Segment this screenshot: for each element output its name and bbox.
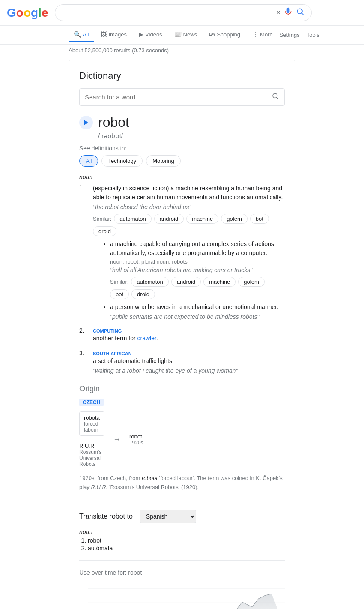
similar-golem-1[interactable]: golem	[221, 214, 247, 224]
search-input[interactable]: define robot	[62, 9, 272, 17]
def-1-text: (especially in science fiction) a machin…	[93, 184, 285, 202]
nav-tabs: 🔍 All 🖼 Images ▶ Videos 📰 News 🛍 Shoppin…	[0, 26, 364, 45]
dict-search-input[interactable]	[85, 93, 272, 101]
usage-section: Use over time for: robot Mentions	[79, 560, 285, 609]
definitions-list: 1. (especially in science fiction) a mac…	[79, 184, 285, 374]
origin-text-1: 1920s: from Czech, from	[79, 475, 142, 481]
origin-result-year: 1920s	[129, 440, 143, 446]
sub-def-1-similar-row: Similar: automaton android machine golem…	[110, 277, 285, 299]
origin-result-word: robot	[129, 433, 143, 440]
tab-shopping[interactable]: 🛍 Shopping	[204, 27, 245, 42]
all-icon: 🔍	[74, 31, 81, 38]
sub-def-1-example: "half of all American robots are making …	[110, 267, 285, 273]
sub-def-2: a person who behaves in a mechanical or …	[110, 303, 285, 320]
videos-icon: ▶	[139, 31, 143, 38]
svg-point-0	[298, 9, 303, 14]
dictionary-card: Dictionary robot / rəʊbɒt/ See definitio…	[69, 60, 295, 609]
pos-noun: noun	[79, 174, 285, 180]
dict-search-bar	[79, 88, 285, 106]
filter-technology[interactable]: Technology	[101, 155, 143, 167]
search-icon[interactable]	[296, 7, 304, 18]
filter-motoring[interactable]: Motoring	[146, 155, 181, 167]
tools-link[interactable]: Tools	[307, 32, 319, 38]
similar-droid-1[interactable]: droid	[93, 226, 116, 236]
dict-search-button[interactable]	[272, 92, 279, 102]
word-header: robot	[79, 114, 285, 130]
translate-list: robot autómata	[88, 537, 285, 552]
similar-automaton-1[interactable]: automaton	[114, 214, 151, 224]
similar-golem-s1[interactable]: golem	[238, 277, 264, 287]
translate-item-2: autómata	[88, 545, 285, 552]
tab-news-label: News	[183, 31, 197, 38]
svg-line-3	[277, 97, 278, 99]
origin-diagram: CZECH robota forced labour R.U.R Rossum'…	[79, 399, 285, 492]
sub-def-1-text: a machine capable of carrying out a comp…	[110, 240, 285, 258]
see-definitions-label: See definitions in:	[79, 145, 285, 152]
usage-chart	[88, 583, 285, 609]
mic-icon[interactable]	[284, 7, 292, 18]
origin-rur: R.U.R Rossum's Universal Robots	[79, 443, 104, 467]
settings-tools: Settings Tools	[280, 32, 319, 38]
shopping-icon: 🛍	[209, 31, 215, 38]
similar-machine-1[interactable]: machine	[186, 214, 218, 224]
audio-button[interactable]	[79, 116, 93, 129]
origin-play: R.U.R.	[91, 484, 107, 490]
similar-machine-s1[interactable]: machine	[203, 277, 236, 287]
filter-pills: All Technology Motoring	[79, 155, 285, 167]
translate-section: Translate robot to Spanish French German…	[79, 501, 285, 552]
similar-droid-s1[interactable]: droid	[131, 289, 155, 299]
dictionary-title: Dictionary	[79, 70, 285, 81]
tab-more[interactable]: ⋮ More	[247, 27, 278, 42]
definition-2: 2. COMPUTING another term for crawler.	[79, 327, 285, 343]
translate-pos: noun	[79, 528, 285, 535]
origin-source-desc1: forced	[84, 421, 100, 427]
similar-automaton-s1[interactable]: automaton	[131, 277, 168, 287]
similar-bot-1[interactable]: bot	[250, 214, 269, 224]
translate-item-1: robot	[88, 537, 285, 544]
settings-link[interactable]: Settings	[280, 32, 300, 38]
similar-android-s1[interactable]: android	[171, 277, 201, 287]
origin-rur-full3: Robots	[79, 461, 104, 467]
def-3-num: 3.	[79, 350, 90, 374]
origin-title: Origin	[79, 384, 285, 393]
tab-videos-label: Videos	[145, 31, 162, 38]
news-icon: 📰	[174, 31, 182, 38]
usage-title: Use over time for: robot	[79, 569, 285, 576]
def-1-number-row: 1. (especially in science fiction) a mac…	[79, 184, 285, 320]
language-select[interactable]: Spanish French German Italian Portuguese	[140, 510, 196, 523]
svg-marker-4	[84, 120, 88, 125]
origin-rur-full1: Rossum's	[79, 449, 104, 455]
more-icon: ⋮	[252, 31, 258, 38]
tab-shopping-label: Shopping	[217, 31, 240, 38]
y-axis-label: Mentions	[79, 587, 84, 609]
sub-def-list: a machine capable of carrying out a comp…	[101, 240, 285, 320]
sub-def-2-text: a person who behaves in a mechanical or …	[110, 303, 285, 312]
def-2-number-row: 2. COMPUTING another term for crawler.	[79, 327, 285, 343]
word-phonetic: / rəʊbɒt/	[98, 132, 285, 140]
origin-lang-badge: CZECH	[79, 399, 104, 406]
clear-icon[interactable]: ×	[276, 8, 281, 17]
header: Google define robot ×	[0, 0, 364, 26]
tab-videos[interactable]: ▶ Videos	[134, 27, 167, 42]
def-3-text: a set of automatic traffic lights.	[93, 357, 238, 366]
def-1-example: "the robot closed the door behind us"	[93, 204, 285, 210]
definition-1: 1. (especially in science fiction) a mac…	[79, 184, 285, 320]
origin-arrow: →	[113, 435, 121, 444]
tab-images[interactable]: 🖼 Images	[95, 27, 132, 42]
word-title: robot	[98, 114, 129, 130]
translate-row: Translate robot to Spanish French German…	[79, 510, 285, 523]
def-2-num: 2.	[79, 327, 90, 343]
tab-all[interactable]: 🔍 All	[69, 27, 94, 42]
images-icon: 🖼	[101, 31, 107, 38]
computing-label: COMPUTING	[93, 328, 122, 333]
crawler-link[interactable]: crawler	[137, 335, 156, 342]
google-logo: Google	[7, 6, 48, 20]
similar-android-1[interactable]: android	[154, 214, 184, 224]
results-count: About 52,500,000 results (0.73 seconds)	[0, 45, 364, 56]
tab-news[interactable]: 📰 News	[169, 27, 203, 42]
def-1-num: 1.	[79, 184, 90, 320]
def-2-text: another term for crawler.	[93, 334, 158, 343]
def-3-example: "waiting at a robot I caught the eye of …	[93, 367, 238, 374]
similar-bot-s1[interactable]: bot	[110, 289, 129, 299]
filter-all[interactable]: All	[79, 155, 98, 167]
